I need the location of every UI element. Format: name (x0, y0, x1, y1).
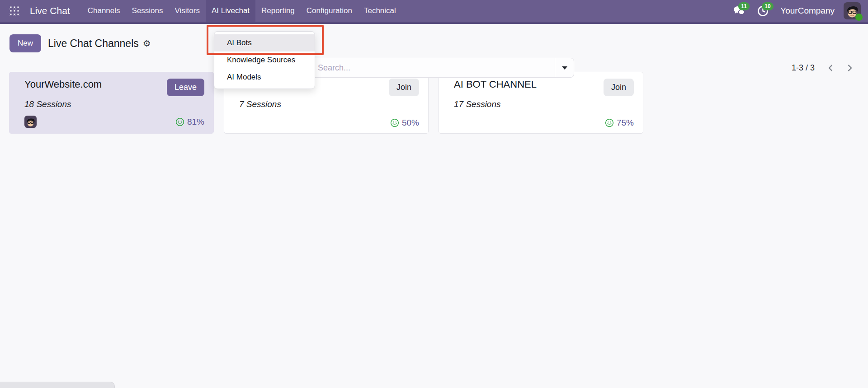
top-navbar: Live Chat Channels Sessions Visitors AI … (0, 0, 868, 24)
happiness-rating: 75% (605, 118, 634, 128)
status-bar-peek (0, 382, 115, 388)
channel-title: YourWebsite.com (24, 79, 102, 90)
user-avatar[interactable] (844, 2, 861, 19)
nav-item-channels[interactable]: Channels (82, 0, 126, 22)
app-brand[interactable]: Live Chat (30, 0, 70, 22)
online-status-dot (855, 14, 863, 21)
sessions-count: 7 Sessions (239, 99, 419, 109)
company-switcher[interactable]: YourCompany (780, 6, 835, 16)
join-button[interactable]: Join (604, 79, 634, 96)
gear-icon[interactable]: ⚙ (143, 39, 151, 48)
dropdown-item-ai-bots[interactable]: AI Bots (214, 34, 315, 51)
new-button[interactable]: New (9, 34, 41, 52)
smiley-icon (390, 118, 399, 127)
caret-down-icon (562, 66, 567, 70)
channel-card-yourwebsite[interactable]: YourWebsite.com Leave 18 Sessions (9, 72, 214, 134)
apps-grid-icon (9, 6, 19, 16)
messages-button[interactable]: 11 (729, 0, 750, 22)
control-panel: New Live Chat Channels ⚙ 1-3 / 3 (0, 24, 868, 65)
search-input[interactable] (311, 58, 555, 77)
channel-card-ai-bot[interactable]: AI BOT CHANNEL Join 17 Sessions 75% (439, 72, 643, 134)
rating-value: 50% (402, 118, 419, 128)
messages-badge: 11 (738, 2, 750, 10)
ai-livechat-dropdown: AI Bots Knowledge Sources AI Models (214, 31, 315, 89)
main-menu: Channels Sessions Visitors AI Livechat R… (82, 0, 402, 22)
dropdown-item-knowledge-sources[interactable]: Knowledge Sources (214, 51, 315, 69)
chevron-left-icon (826, 64, 835, 72)
kanban-cards: YourWebsite.com Leave 18 Sessions (9, 72, 643, 134)
nav-item-reporting[interactable]: Reporting (255, 0, 301, 22)
leave-button[interactable]: Leave (167, 79, 204, 96)
pager: 1-3 / 3 (792, 58, 857, 78)
smiley-icon (175, 117, 184, 126)
join-button[interactable]: Join (389, 79, 419, 96)
search-options-toggle[interactable] (555, 58, 574, 77)
activities-badge: 10 (762, 2, 773, 10)
nav-item-sessions[interactable]: Sessions (126, 0, 169, 22)
rating-value: 81% (187, 117, 204, 127)
nav-item-configuration[interactable]: Configuration (301, 0, 358, 22)
nav-item-technical[interactable]: Technical (358, 0, 402, 22)
nav-item-visitors[interactable]: Visitors (169, 0, 206, 22)
activities-button[interactable]: 10 (752, 0, 773, 22)
screen: Live Chat Channels Sessions Visitors AI … (0, 0, 868, 388)
smiley-icon (605, 118, 614, 127)
pager-value: 1-3 / 3 (792, 63, 815, 73)
pager-next-button[interactable] (842, 59, 857, 77)
pager-previous-button[interactable] (823, 59, 838, 77)
apps-menu-button[interactable] (6, 0, 23, 22)
chevron-right-icon (845, 64, 854, 72)
sessions-count: 17 Sessions (454, 99, 634, 109)
happiness-rating: 50% (390, 118, 419, 128)
channel-title: AI BOT CHANNEL (454, 79, 537, 90)
search-bar (310, 58, 574, 78)
nav-item-ai-livechat[interactable]: AI Livechat (206, 0, 255, 22)
dropdown-item-ai-models[interactable]: AI Models (214, 69, 315, 86)
happiness-rating: 81% (175, 117, 204, 127)
rating-value: 75% (617, 118, 634, 128)
member-avatar[interactable] (24, 116, 37, 128)
page-title: Live Chat Channels (48, 37, 139, 50)
member-avatar-image (24, 116, 37, 128)
sessions-count: 18 Sessions (24, 99, 204, 109)
